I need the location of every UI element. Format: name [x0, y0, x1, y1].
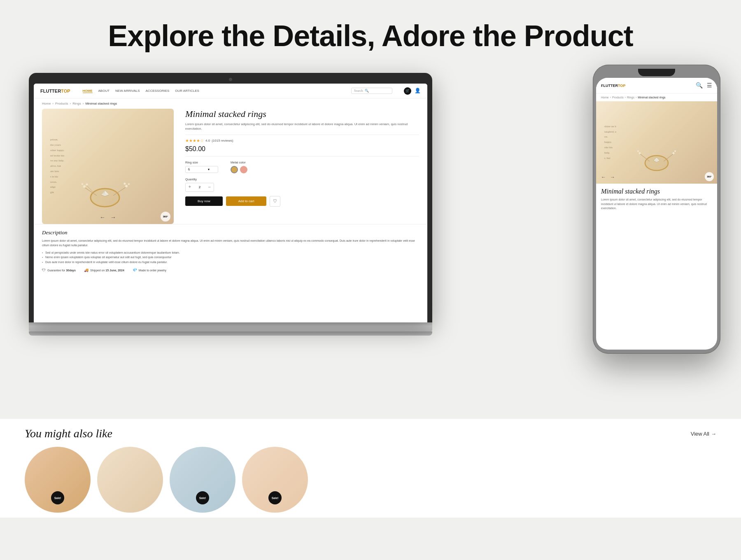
product-features: 🛡 Guarantee for 30days 🚚 Shipped on 15 J… — [42, 268, 419, 272]
nav-link-articles[interactable]: OUR ARTICLES — [175, 89, 199, 93]
laptop-nav-icons: 🛒 👤 — [404, 87, 421, 95]
view-all-link[interactable]: View All → — [691, 431, 716, 437]
shipping-text: Shipped on 15 June, 2024 — [90, 269, 124, 272]
product-details: Minimal stacked rings Lorem ipsum dolor … — [185, 109, 419, 224]
product-price: $50.00 — [185, 145, 419, 156]
view-360-btn[interactable]: 360° — [161, 212, 170, 222]
breadcrumb-sep-2: › — [70, 102, 71, 105]
breadcrumb-sep-3: › — [83, 102, 84, 105]
phone-screen: FLUTTERTOP 🔍 ☰ Home › Products › Rings ›… — [596, 78, 717, 350]
product-card-1[interactable]: Sale! — [25, 447, 91, 513]
svg-point-21 — [673, 152, 675, 154]
breadcrumb: Home › Products › Rings › Minimal stacke… — [34, 98, 427, 109]
laptop-logo: FLUTTERTOP — [40, 89, 70, 93]
nav-link-new-arrivals[interactable]: NEW ARRIVALS — [115, 89, 140, 93]
svg-point-13 — [124, 183, 126, 185]
product-rating: ★★★★☆ 4.0 (1015 reviews) — [185, 138, 419, 143]
swatch-gold[interactable] — [231, 166, 238, 173]
phone-bc-current: Minimal stacked rings — [638, 96, 665, 99]
quantity-value: 2 — [194, 185, 205, 189]
swatch-rose[interactable] — [240, 166, 247, 173]
devices-container: FLUTTERTOP HOME ABOUT NEW ARRIVALS ACCES… — [0, 65, 741, 518]
product-card-2[interactable] — [97, 447, 163, 513]
phone-navbar: FLUTTERTOP 🔍 ☰ — [596, 78, 717, 93]
phone-device: FLUTTERTOP 🔍 ☰ Home › Products › Rings ›… — [593, 65, 720, 354]
image-navigation: ← → — [100, 214, 116, 221]
quantity-increase-btn[interactable]: − — [205, 183, 214, 191]
truck-icon: 🚚 — [84, 268, 89, 272]
logo-accent: TOP — [61, 89, 70, 93]
search-bar[interactable]: Search 🔍 — [351, 88, 392, 94]
phone-prev-image[interactable]: ← — [601, 174, 606, 180]
phone-next-image[interactable]: → — [610, 174, 615, 180]
laptop-nav-links: HOME ABOUT NEW ARRIVALS ACCESSORIES OUR … — [83, 89, 199, 93]
product-card-3[interactable]: Sale! — [170, 447, 235, 513]
prev-image-btn[interactable]: ← — [100, 214, 105, 221]
feature-shipping: 🚚 Shipped on 15 June, 2024 — [84, 268, 124, 272]
quantity-decrease-btn[interactable]: + — [186, 183, 194, 191]
gem-icon: 💎 — [133, 268, 137, 272]
star-icons: ★★★★☆ — [185, 138, 204, 143]
buy-now-button[interactable]: Buy now — [185, 196, 223, 206]
bullet-1: Sed ut perspiciatis unde omnis iste natu… — [42, 250, 419, 255]
sale-badge-3: Sale! — [196, 491, 209, 504]
quantity-control: + 2 − — [185, 183, 214, 192]
user-icon[interactable]: 👤 — [415, 88, 421, 94]
phone-bc-home[interactable]: Home — [601, 96, 609, 99]
product-title: Minimal stacked rings — [185, 109, 419, 119]
order-text: Made to order jewelry — [139, 269, 166, 272]
nav-link-home[interactable]: HOME — [83, 89, 93, 93]
phone-image-nav: ← → — [601, 174, 615, 180]
section-title: You might also like — [25, 427, 112, 440]
product-image: prison. the yours other happy. ed broke … — [42, 109, 174, 224]
breadcrumb-sep-1: › — [52, 102, 54, 105]
breadcrumb-current: Minimal stacked rings — [85, 102, 117, 105]
you-might-also-like-section: You might also like View All → Sale! Sal… — [0, 419, 741, 518]
product-options: Ring size 6 ▾ Metal color — [185, 161, 419, 173]
wishlist-button[interactable]: ♡ — [270, 196, 280, 207]
add-to-cart-button[interactable]: Add to cart — [226, 196, 267, 206]
product-card-4[interactable]: Sale! — [242, 447, 308, 513]
nav-link-accessories[interactable]: ACCESSORIES — [146, 89, 170, 93]
svg-point-11 — [125, 185, 128, 187]
search-text: Search — [354, 89, 363, 93]
color-swatches — [231, 166, 247, 173]
nav-link-about[interactable]: ABOUT — [98, 89, 110, 93]
quantity-label: Quantity — [185, 177, 419, 181]
product-cards-row: Sale! Sale! Sale! — [25, 447, 716, 513]
description-bullets: Sed ut perspiciatis unde omnis iste natu… — [42, 250, 419, 265]
laptop-base — [29, 322, 432, 331]
phone-bc-products[interactable]: Products — [612, 96, 624, 99]
ring-size-value: 6 — [188, 168, 190, 171]
product-layout: prison. the yours other happy. ed broke … — [34, 109, 427, 224]
svg-point-12 — [128, 183, 130, 185]
search-icon: 🔍 — [365, 89, 369, 93]
svg-point-22 — [674, 150, 676, 152]
product-description-short: Lorem ipsum dolor sit amet, consectetur … — [185, 122, 419, 135]
laptop-screen: FLUTTERTOP HOME ABOUT NEW ARRIVALS ACCES… — [34, 84, 427, 322]
description-body: Lorem ipsum dolor sit amet, consectetur … — [42, 238, 419, 247]
ring-size-label: Ring size — [185, 161, 218, 164]
breadcrumb-home[interactable]: Home — [42, 102, 51, 105]
phone-search-icon[interactable]: 🔍 — [696, 82, 703, 89]
phone-notch — [638, 69, 675, 76]
phone-outer: FLUTTERTOP 🔍 ☰ Home › Products › Rings ›… — [593, 65, 720, 354]
phone-logo: FLUTTERTOP — [601, 84, 625, 88]
sale-badge-1: Sale! — [51, 491, 64, 504]
next-image-btn[interactable]: → — [110, 214, 116, 221]
cart-icon[interactable]: 🛒 — [404, 87, 411, 95]
breadcrumb-products[interactable]: Products — [55, 102, 68, 105]
metal-color-label: Metal color — [231, 161, 247, 164]
laptop-device: FLUTTERTOP HOME ABOUT NEW ARRIVALS ACCES… — [29, 73, 432, 336]
phone-bc-rings[interactable]: Rings — [627, 96, 634, 99]
laptop-navbar: FLUTTERTOP HOME ABOUT NEW ARRIVALS ACCES… — [34, 84, 427, 98]
ring-image-overlay — [76, 175, 134, 218]
arrow-right-icon: → — [711, 431, 716, 437]
ring-size-select[interactable]: 6 ▾ — [185, 166, 218, 173]
phone-menu-icon[interactable]: ☰ — [707, 82, 712, 89]
guarantee-text: Guarantee for 30days — [47, 269, 76, 272]
svg-point-18 — [639, 152, 641, 154]
bullet-2: Nemo enim ipsam voluptatem quia voluptas… — [42, 255, 419, 260]
breadcrumb-rings[interactable]: Rings — [72, 102, 81, 105]
svg-point-9 — [86, 184, 88, 186]
